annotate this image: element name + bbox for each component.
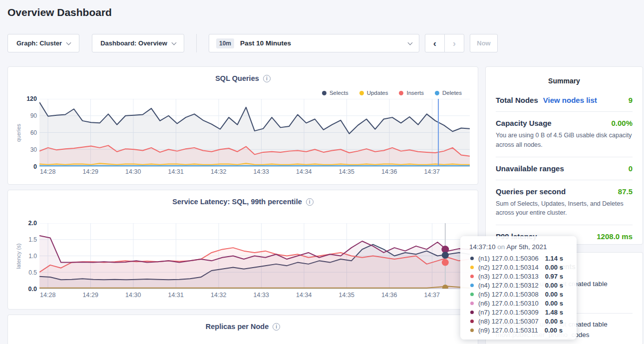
info-icon[interactable]: i [263,75,271,82]
x-tick: 14:29 [69,292,112,299]
time-range-label: Past 10 Minutes [240,39,291,47]
legend-item-inserts[interactable]: Inserts [399,90,424,96]
summary-title: Summary [496,77,633,85]
time-range-dropdown[interactable]: 10m Past 10 Minutes [209,34,419,52]
now-button[interactable]: Now [470,34,498,52]
node-color-dot [470,293,474,296]
x-tick: 14:30 [112,168,155,175]
service-latency-plot[interactable] [39,223,470,289]
legend-item-deletes[interactable]: Deletes [435,90,462,96]
dashboard-dropdown[interactable]: Dashboard: Overview [92,34,184,52]
node-color-dot [470,284,474,287]
x-tick: 14:30 [112,292,155,299]
legend-item-updates[interactable]: Updates [359,90,388,96]
tooltip-row: (n7) 127.0.0.1:503091.48 s [469,308,577,317]
chart-title: Service Latency: SQL, 99th percentile i [8,198,478,206]
summary-row-unavailable: Unavailable ranges 0 [496,157,633,180]
node-color-dot [470,329,474,332]
x-tick: 14:33 [240,292,283,299]
info-icon[interactable]: i [273,323,280,331]
legend-dot [359,91,364,95]
tooltip-node-value: 0.00 s [545,300,563,307]
node-color-dot [470,266,474,269]
y-tick: 90 [15,112,37,119]
summary-row-total-nodes: Total Nodes View nodes list 9 [496,96,633,111]
tooltip-timestamp: 14:37:10 on Apr 5th, 2021 [469,243,577,251]
tooltip-node-address: (n4) 127.0.0.1:50312 [478,282,539,289]
tooltip-node-value: 0.00 s [545,282,563,289]
time-step-group: ‹ › [425,34,464,52]
x-tick: 14:37 [411,292,454,299]
y-tick: 120 [15,95,37,102]
tooltip-node-value: 1.14 s [545,255,563,262]
x-tick: 14:32 [197,292,240,299]
tooltip-row: (n8) 127.0.0.1:503070.00 s [469,317,577,326]
total-nodes-label: Total Nodes [496,96,538,104]
legend-dot [399,91,403,95]
unavailable-ranges-value: 0 [629,164,633,173]
tooltip-node-value: 0.00 s [545,318,563,325]
tooltip-node-value: 0.00 s [545,291,563,298]
tooltip-row: (n5) 127.0.0.1:503080.00 s [469,290,577,299]
node-color-dot [470,275,474,278]
legend-dot [322,91,326,95]
tooltip-node-value: 0.00 s [545,264,563,271]
x-tick: 14:28 [26,168,69,175]
total-nodes-value: 9 [629,96,633,104]
tooltip-node-address: (n6) 127.0.0.1:50310 [478,300,539,307]
tooltip-node-address: (n3) 127.0.0.1:50313 [478,273,539,280]
tooltip-node-value: 1.48 s [545,309,563,316]
replicas-per-node-card: Replicas per Node i [7,315,478,344]
x-axis-ticks: 14:28 14:29 14:30 14:31 14:32 14:33 14:3… [26,168,453,175]
x-axis-ticks: 14:28 14:29 14:30 14:31 14:32 14:33 14:3… [26,292,453,299]
tooltip-row: (n1) 127.0.0.1:503061.14 s [469,254,577,263]
node-color-dot [470,302,474,305]
legend-label: Updates [367,90,388,96]
summary-row-capacity: Capacity Usage 0.00% You are using 0 B o… [496,111,633,157]
tooltip-node-address: (n8) 127.0.0.1:50307 [478,318,539,325]
tooltip-node-value: 0.00 s [545,327,563,334]
chart-legend: Selects Updates Inserts Deletes [322,90,462,96]
y-tick: 30 [15,146,37,153]
tooltip-node-address: (n7) 127.0.0.1:50309 [478,309,539,316]
sql-queries-plot[interactable] [39,99,470,167]
chart-hover-tooltip: 14:37:10 on Apr 5th, 2021 (n1) 127.0.0.1… [460,236,577,340]
qps-value: 87.5 [618,187,633,196]
y-axis-ticks: 2.0 1.5 1.0 0.5 0.0 [15,220,37,293]
dashboard-dropdown-label: Dashboard: Overview [100,39,167,47]
time-prev-button[interactable]: ‹ [425,34,445,52]
tooltip-row: (n2) 127.0.0.1:503140.00 s [469,263,577,272]
unavailable-ranges-label: Unavailable ranges [496,164,564,173]
node-color-dot [470,311,474,314]
x-tick: 14:34 [283,292,325,299]
chart-title-text: SQL Queries [215,74,259,82]
y-tick: 60 [15,129,37,136]
graph-dropdown-label: Graph: Cluster [16,39,62,47]
capacity-description: You are using 0 B of 4.5 GiB usable disk… [496,131,633,150]
chevron-down-icon [171,40,176,45]
sql-queries-chart [39,99,470,166]
x-tick: 14:36 [368,168,411,175]
chart-title: SQL Queries i [8,74,478,82]
x-tick: 14:34 [283,168,325,175]
x-tick: 14:31 [155,168,198,175]
legend-label: Selects [329,90,348,96]
node-color-dot [470,257,474,260]
summary-row-qps: Queries per second 87.5 Sum of Selects, … [496,180,633,225]
graph-dropdown[interactable]: Graph: Cluster [7,34,79,52]
y-tick: 1.0 [15,253,37,260]
x-tick: 14:35 [325,292,368,299]
x-tick: 14:29 [69,168,112,175]
service-latency-card: Service Latency: SQL, 99th percentile i … [7,190,478,310]
info-icon[interactable]: i [306,198,314,206]
legend-item-selects[interactable]: Selects [322,90,348,96]
x-tick: 14:31 [155,292,198,299]
sql-queries-card: SQL Queries i Selects Updates Inserts De… [7,66,478,185]
x-tick: 14:35 [325,168,368,175]
view-nodes-list-link[interactable]: View nodes list [543,96,597,104]
time-next-button[interactable]: › [444,34,464,52]
node-color-dot [470,320,474,323]
tooltip-node-address: (n9) 127.0.0.1:50311 [478,327,538,334]
summary-panel: Summary Total Nodes View nodes list 9 Ca… [485,66,643,245]
capacity-value: 0.00% [611,119,633,127]
